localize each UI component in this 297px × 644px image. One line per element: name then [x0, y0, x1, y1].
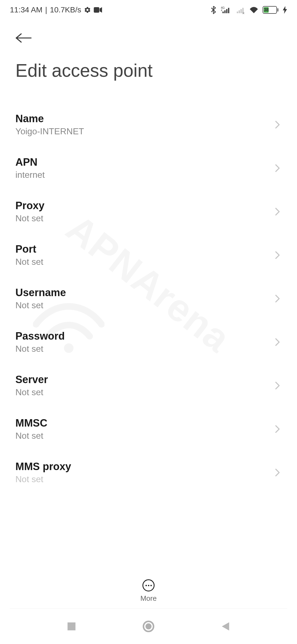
more-dots-icon [142, 579, 155, 591]
chevron-right-icon [273, 294, 282, 303]
setting-value: Not set [15, 387, 48, 397]
status-left: 11:34 AM | 10.7KB/s [10, 6, 102, 14]
status-right: 4G 38 [210, 6, 287, 14]
nav-recents-button[interactable] [63, 618, 80, 635]
arrow-left-icon [15, 32, 32, 43]
chevron-right-icon [273, 338, 282, 346]
setting-label: Port [15, 243, 43, 255]
bottom-action-bar: More [0, 576, 297, 608]
chevron-right-icon [273, 164, 282, 172]
svg-rect-8 [239, 10, 240, 13]
square-icon [67, 621, 76, 631]
setting-value: Not set [15, 300, 66, 310]
page-title: Edit access point [0, 52, 297, 103]
navigation-bar [0, 609, 297, 644]
svg-rect-9 [241, 9, 242, 13]
setting-item-password[interactable]: Password Not set [15, 320, 282, 364]
video-camera-icon [94, 7, 102, 13]
status-bar: 11:34 AM | 10.7KB/s 4G 38 [0, 0, 297, 20]
more-button[interactable]: More [140, 579, 156, 603]
svg-rect-12 [68, 623, 76, 631]
setting-item-mmsc[interactable]: MMSC Not set [15, 407, 282, 451]
setting-item-port[interactable]: Port Not set [15, 233, 282, 277]
settings-list: Name Yoigo-INTERNET APN internet Proxy N… [0, 103, 297, 494]
circle-icon [142, 620, 155, 632]
setting-label: MMS proxy [15, 461, 71, 473]
back-button[interactable] [15, 30, 32, 46]
svg-rect-1 [94, 7, 99, 13]
status-net-speed: 10.7KB/s [50, 6, 81, 14]
setting-value: Not set [15, 257, 43, 267]
status-time: 11:34 AM [10, 6, 42, 14]
svg-rect-5 [226, 9, 228, 13]
setting-label: Username [15, 287, 66, 299]
svg-rect-7 [237, 12, 238, 13]
setting-label: Server [15, 374, 48, 386]
setting-value: Yoigo-INTERNET [15, 126, 84, 137]
setting-label: APN [15, 156, 45, 168]
svg-rect-10 [242, 8, 244, 13]
chevron-right-icon [273, 121, 282, 129]
bluetooth-icon [210, 6, 216, 14]
setting-item-mms-proxy[interactable]: MMS proxy Not set [15, 451, 282, 494]
wifi-icon [249, 6, 258, 13]
setting-item-name[interactable]: Name Yoigo-INTERNET [15, 103, 282, 146]
nav-back-button[interactable] [217, 618, 234, 635]
nav-home-button[interactable] [140, 618, 157, 635]
setting-label: Name [15, 113, 84, 125]
setting-item-server[interactable]: Server Not set [15, 364, 282, 407]
chevron-right-icon [273, 468, 282, 477]
chevron-right-icon [273, 381, 282, 390]
setting-item-apn[interactable]: APN internet [15, 146, 282, 190]
cellular-4g-icon: 4G [221, 6, 231, 14]
battery-percent: 38 [264, 7, 269, 13]
chevron-right-icon [273, 251, 282, 259]
setting-label: MMSC [15, 417, 47, 429]
setting-value: Not set [15, 431, 47, 441]
setting-item-username[interactable]: Username Not set [15, 277, 282, 320]
triangle-left-icon [221, 621, 230, 632]
setting-label: Proxy [15, 200, 45, 212]
setting-item-proxy[interactable]: Proxy Not set [15, 190, 282, 233]
setting-value: Not set [15, 344, 65, 354]
svg-point-14 [145, 623, 152, 629]
setting-label: Password [15, 330, 65, 342]
gear-icon [84, 6, 91, 13]
svg-rect-6 [228, 8, 229, 13]
chevron-right-icon [273, 425, 282, 433]
status-separator: | [45, 6, 47, 14]
setting-value: internet [15, 170, 45, 180]
svg-rect-3 [222, 12, 224, 13]
setting-value: Not set [15, 213, 45, 223]
charging-icon [283, 6, 287, 14]
svg-text:4G: 4G [221, 6, 225, 9]
more-button-label: More [140, 594, 156, 603]
cellular-nosim-icon [235, 6, 245, 14]
setting-value: Not set [15, 474, 71, 484]
chevron-right-icon [273, 208, 282, 216]
svg-rect-4 [224, 10, 226, 13]
battery-icon: 38 [263, 6, 278, 14]
